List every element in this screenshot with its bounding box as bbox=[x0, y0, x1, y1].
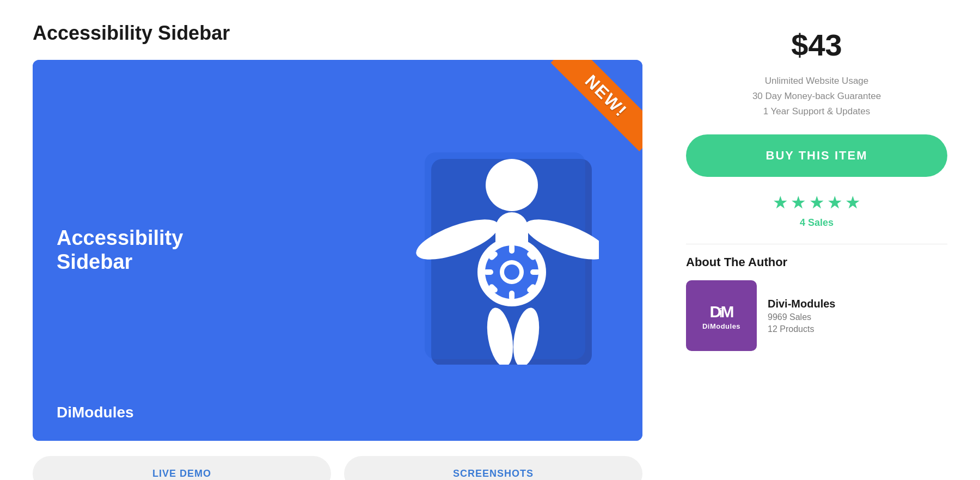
product-title: Accessibility Sidebar bbox=[33, 22, 642, 45]
screenshots-button[interactable]: SCREENSHOTS bbox=[344, 456, 642, 480]
author-avatar: DiM DiModules bbox=[686, 280, 757, 351]
author-avatar-dm: DiM bbox=[709, 301, 733, 320]
buy-button[interactable]: BUY THIS ITEM bbox=[686, 134, 947, 177]
sales-count: 4 Sales bbox=[686, 217, 947, 229]
svg-point-17 bbox=[504, 264, 519, 280]
star-2: ★ bbox=[791, 193, 806, 212]
page-container: Accessibility Sidebar NEW! Accessibility… bbox=[33, 22, 947, 480]
svg-rect-10 bbox=[483, 269, 493, 275]
star-3: ★ bbox=[809, 193, 825, 212]
action-buttons: LIVE DEMO SCREENSHOTS bbox=[33, 456, 642, 480]
price: $43 bbox=[686, 27, 947, 63]
features-list: Unlimited Website Usage 30 Day Money-bac… bbox=[686, 73, 947, 119]
image-brand: DiModules bbox=[57, 404, 134, 421]
right-column: $43 Unlimited Website Usage 30 Day Money… bbox=[686, 22, 947, 351]
svg-rect-9 bbox=[509, 291, 514, 300]
image-product-title: Accessibility Sidebar bbox=[57, 226, 198, 274]
ribbon: NEW! bbox=[523, 60, 642, 180]
live-demo-button[interactable]: LIVE DEMO bbox=[33, 456, 331, 480]
feature-3: 1 Year Support & Updates bbox=[686, 104, 947, 119]
author-avatar-brand: DiModules bbox=[702, 322, 740, 330]
left-column: Accessibility Sidebar NEW! Accessibility… bbox=[33, 22, 642, 480]
product-image: NEW! Accessibility Sidebar DiModules bbox=[33, 60, 642, 441]
ribbon-text: NEW! bbox=[551, 60, 642, 151]
divider bbox=[686, 244, 947, 244]
author-name[interactable]: Divi-Modules bbox=[768, 298, 835, 310]
star-1: ★ bbox=[773, 193, 788, 212]
product-image-bg: NEW! Accessibility Sidebar DiModules bbox=[33, 60, 642, 441]
star-5: ★ bbox=[845, 193, 861, 212]
svg-rect-8 bbox=[509, 244, 514, 254]
author-products: 12 Products bbox=[768, 324, 835, 334]
author-sales: 9969 Sales bbox=[768, 312, 835, 322]
stars-container: ★ ★ ★ ★ ★ bbox=[686, 192, 947, 213]
feature-2: 30 Day Money-back Guarantee bbox=[686, 89, 947, 104]
star-4: ★ bbox=[827, 193, 843, 212]
feature-1: Unlimited Website Usage bbox=[686, 73, 947, 89]
author-info: Divi-Modules 9969 Sales 12 Products bbox=[768, 298, 835, 334]
about-author-title: About The Author bbox=[686, 255, 947, 269]
svg-rect-11 bbox=[530, 269, 540, 275]
author-card: DiM DiModules Divi-Modules 9969 Sales 12… bbox=[686, 280, 947, 351]
